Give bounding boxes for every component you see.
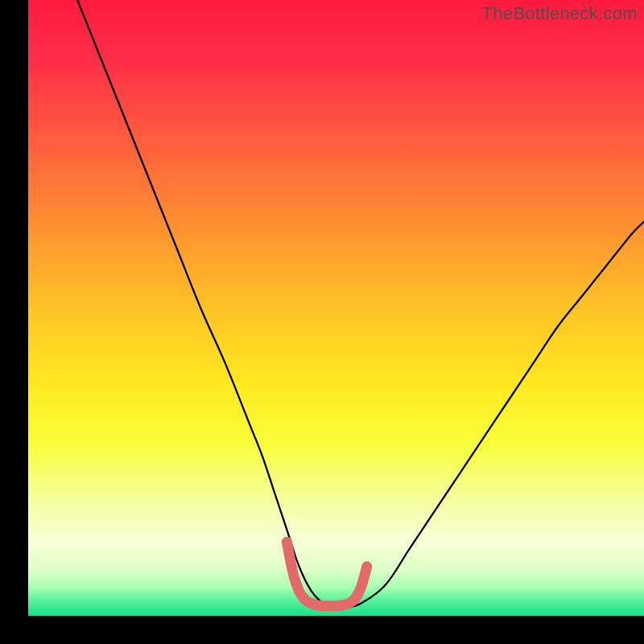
sweet-spot-bracket: [287, 542, 366, 606]
bottleneck-curve: [77, 0, 644, 607]
plot-area: TheBottleneck.com: [28, 0, 644, 616]
curve-layer: [28, 0, 644, 616]
watermark-text: TheBottleneck.com: [482, 3, 638, 24]
chart-frame: TheBottleneck.com: [0, 0, 644, 644]
